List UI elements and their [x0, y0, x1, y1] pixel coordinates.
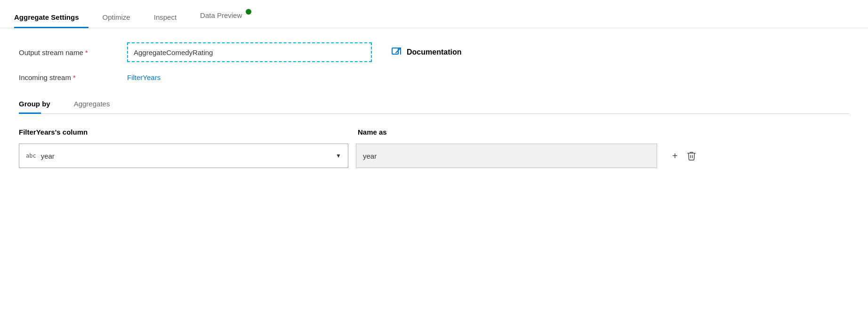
action-icons: +	[672, 151, 697, 161]
col-type-badge: abc	[26, 152, 36, 159]
add-row-button[interactable]: +	[672, 151, 678, 161]
data-preview-status-dot	[246, 9, 251, 15]
output-stream-row: Output stream name* Documentation	[19, 42, 849, 62]
name-as-input[interactable]	[356, 144, 657, 168]
sub-tab-group-by[interactable]: Group by	[19, 100, 60, 113]
output-stream-input[interactable]	[127, 42, 372, 62]
tab-optimize[interactable]: Optimize	[103, 13, 140, 28]
output-stream-label: Output stream name*	[19, 48, 127, 56]
tab-data-preview[interactable]: Data Preview	[200, 9, 261, 28]
column-headers-row: FilterYears's column Name as	[19, 128, 849, 136]
trash-icon	[686, 151, 697, 161]
sub-tab-aggregates[interactable]: Aggregates	[74, 100, 120, 113]
delete-row-button[interactable]	[686, 151, 697, 161]
col-value: year	[41, 152, 336, 160]
sub-tab-bar: Group by Aggregates	[19, 93, 849, 114]
external-link-icon[interactable]	[391, 47, 402, 58]
incoming-stream-label: Incoming stream*	[19, 73, 127, 81]
col-header-name-as: Name as	[358, 128, 849, 136]
tab-aggregate-settings[interactable]: Aggregate Settings	[14, 13, 88, 28]
groupby-content: FilterYears's column Name as abc year ▼ …	[19, 128, 849, 168]
tab-bar: Aggregate Settings Optimize Inspect Data…	[0, 0, 868, 28]
output-stream-required: *	[85, 48, 88, 56]
documentation-label: Documentation	[407, 48, 461, 56]
tab-inspect[interactable]: Inspect	[154, 13, 186, 28]
dropdown-arrow-icon: ▼	[336, 152, 341, 159]
group-by-data-row: abc year ▼ +	[19, 144, 849, 168]
incoming-stream-link[interactable]: FilterYears	[127, 73, 161, 81]
column-dropdown[interactable]: abc year ▼	[19, 144, 348, 168]
content-area: Output stream name* Documentation Incomi…	[0, 28, 868, 313]
incoming-stream-row: Incoming stream* FilterYears	[19, 73, 849, 81]
main-container: Aggregate Settings Optimize Inspect Data…	[0, 0, 868, 313]
incoming-stream-required: *	[73, 73, 76, 81]
documentation-area: Documentation	[391, 47, 461, 58]
col-header-filter-years: FilterYears's column	[19, 128, 358, 136]
